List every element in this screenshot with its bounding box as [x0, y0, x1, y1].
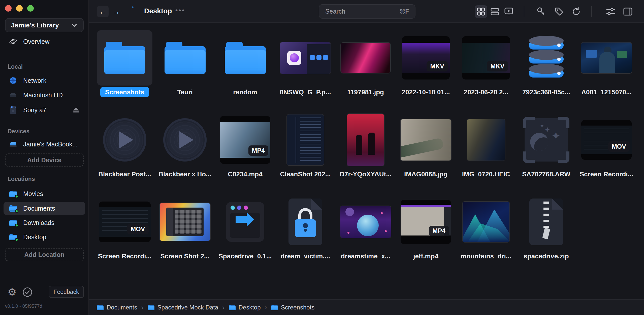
- sidebar-item-label: Network: [23, 77, 46, 84]
- back-button[interactable]: ←: [97, 6, 109, 17]
- file-item[interactable]: MOVScreen Recordi...: [579, 112, 634, 179]
- file-item[interactable]: MP4C0234.mp4: [217, 112, 273, 179]
- search-input[interactable]: Search ⌘F: [319, 4, 415, 19]
- forward-button[interactable]: →: [110, 6, 122, 17]
- file-item[interactable]: MKV2022-10-18 01...: [398, 30, 454, 97]
- key-manager-button[interactable]: [535, 5, 547, 18]
- file-name: spacedrive.zip: [519, 251, 574, 261]
- file-item[interactable]: spacedrive.zip: [519, 194, 574, 261]
- sidebar-item-desktop[interactable]: Desktop: [4, 230, 85, 244]
- sidebar-item-overview[interactable]: Overview: [4, 35, 85, 48]
- reload-button[interactable]: [570, 5, 583, 18]
- grid-view-button[interactable]: [475, 5, 487, 18]
- folder-icon: [9, 191, 17, 197]
- file-item[interactable]: dreamstime_x...: [338, 194, 393, 261]
- eject-icon[interactable]: [73, 107, 80, 113]
- sidebar-item-downloads[interactable]: Downloads: [4, 216, 85, 229]
- file-name: Screen Shot 2...: [157, 251, 213, 261]
- file-name: CleanShot 202...: [278, 169, 333, 179]
- file-icon-area: [519, 30, 574, 86]
- file-item[interactable]: mountains_dri...: [458, 194, 514, 261]
- breadcrumb-item[interactable]: Documents: [97, 304, 137, 311]
- file-icon-area: ✦✦✦: [519, 112, 574, 168]
- tag-assign-button[interactable]: [553, 5, 565, 18]
- file-name: C0234.mp4: [217, 169, 273, 179]
- file-icon-area: [278, 194, 333, 250]
- media-view-button[interactable]: [502, 5, 515, 18]
- sidebar: Jamie's Library Overview Local Network M…: [0, 0, 89, 315]
- file-name: 1197981.jpg: [338, 87, 393, 97]
- section-header-devices: Devices: [8, 128, 29, 135]
- sidebar-item-network[interactable]: Network: [4, 74, 85, 87]
- globe-icon: [9, 77, 17, 84]
- file-icon-area: [217, 194, 273, 250]
- file-item[interactable]: Screenshots: [97, 30, 152, 97]
- file-name: IMG_0720.HEIC: [458, 169, 514, 179]
- file-item[interactable]: Blackbear x Ho...: [157, 112, 213, 179]
- add-device-button[interactable]: Add Device: [5, 153, 84, 167]
- video-thumbnail: MP4: [401, 200, 451, 244]
- more-options-icon[interactable]: •••: [175, 7, 185, 14]
- file-icon-area: [338, 30, 393, 86]
- file-item[interactable]: MOVScreen Recordi...: [97, 194, 152, 261]
- sidebar-item-sony-a7[interactable]: Sony a7: [4, 103, 85, 116]
- file-item[interactable]: MKV2023-06-20 2...: [458, 30, 514, 97]
- sidebar-item-movies[interactable]: Movies: [4, 187, 85, 200]
- panel-right-icon: [623, 7, 633, 16]
- file-name: Blackbear x Ho...: [157, 169, 213, 179]
- file-name: 0NSWQ_G_P.p...: [278, 87, 333, 97]
- feedback-button[interactable]: Feedback: [49, 286, 84, 298]
- file-item[interactable]: ✦✦✦SA702768.ARW: [519, 112, 574, 179]
- file-name: Tauri: [157, 87, 213, 97]
- file-item[interactable]: 0NSWQ_G_P.p...: [278, 30, 333, 97]
- file-item[interactable]: Screen Shot 2...: [157, 194, 213, 261]
- zoom-button[interactable]: [27, 5, 34, 12]
- video-thumbnail: MOV: [99, 202, 151, 242]
- file-item[interactable]: D7r-YQoXYAUt...: [338, 112, 393, 179]
- file-item[interactable]: A001_1215070...: [579, 30, 634, 97]
- sidebar-item-label: Sony a7: [23, 106, 46, 114]
- file-name: 7923c368-85c...: [519, 87, 574, 97]
- file-item[interactable]: Tauri: [157, 30, 213, 97]
- topbar: ← → Desktop ••• Search ⌘F: [89, 0, 644, 23]
- gear-icon[interactable]: ⚙: [8, 286, 17, 298]
- breadcrumb-item[interactable]: Spacedrive Mock Data: [148, 304, 218, 311]
- file-name: Blackbear Post...: [97, 169, 152, 179]
- minimize-button[interactable]: [16, 5, 23, 12]
- sidebar-item-label: Documents: [23, 205, 55, 212]
- file-name: Screen Recordi...: [97, 251, 152, 261]
- sidebar-item-documents[interactable]: Documents: [4, 202, 85, 215]
- filetype-badge: MP4: [248, 145, 268, 156]
- file-item[interactable]: 7923c368-85c...: [519, 30, 574, 97]
- close-button[interactable]: [5, 5, 12, 12]
- file-item[interactable]: Blackbear Post...: [97, 112, 152, 179]
- inspector-toggle-button[interactable]: [622, 5, 634, 18]
- check-circle-icon[interactable]: [22, 287, 33, 297]
- list-view-button[interactable]: [489, 5, 501, 18]
- breadcrumb-item[interactable]: Screenshots: [271, 304, 314, 311]
- file-icon-area: MP4: [398, 194, 454, 250]
- image-thumbnail: [160, 203, 210, 241]
- library-switcher[interactable]: Jamie's Library: [5, 18, 84, 32]
- sidebar-item-label: Movies: [23, 190, 43, 198]
- sidebar-item-macintosh-hd[interactable]: Macintosh HD: [4, 89, 85, 102]
- file-item[interactable]: IMAG0068.jpg: [398, 112, 454, 179]
- current-folder-title: Desktop: [144, 7, 172, 15]
- file-item[interactable]: IMG_0720.HEIC: [458, 112, 514, 179]
- breadcrumb-item[interactable]: Desktop: [229, 304, 261, 311]
- sidebar-item-label: Overview: [23, 38, 49, 45]
- file-item[interactable]: random: [217, 30, 273, 97]
- image-thumbnail: [347, 114, 384, 166]
- add-location-button[interactable]: Add Location: [5, 248, 84, 261]
- filetype-badge: MOV: [608, 141, 630, 152]
- file-item[interactable]: Spacedrive_0.1...: [217, 194, 273, 261]
- file-name: mountains_dri...: [458, 251, 514, 261]
- display-options-button[interactable]: [604, 5, 617, 18]
- file-item[interactable]: dream_victim....: [278, 194, 333, 261]
- file-item[interactable]: MP4jeff.mp4: [398, 194, 454, 261]
- sidebar-item-macbook[interactable]: Jamie's MacBook...: [4, 138, 85, 151]
- breadcrumb-separator: ›: [141, 303, 143, 311]
- file-item[interactable]: 1197981.jpg: [338, 30, 393, 97]
- audio-file-icon: [103, 118, 146, 162]
- file-item[interactable]: CleanShot 202...: [278, 112, 333, 179]
